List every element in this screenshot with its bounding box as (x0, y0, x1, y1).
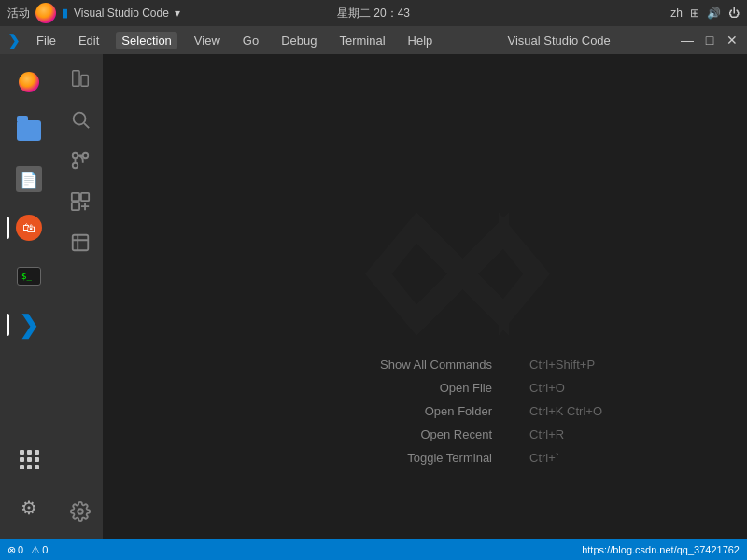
network-icon[interactable]: ⊞ (690, 7, 699, 20)
shortcut-row-commands: Show All Commands Ctrl+Shift+P (371, 357, 641, 371)
svg-rect-7 (72, 193, 79, 201)
ubuntu-dock: 📄 🛍 $_ ❯ (0, 54, 58, 539)
shortcut-label-open-file[interactable]: Open File (371, 381, 492, 395)
svg-rect-8 (81, 193, 89, 201)
extensions-activity-icon[interactable] (63, 185, 97, 218)
title-bar: ❯ File Edit Selection View Go Debug Term… (0, 26, 747, 54)
error-indicator[interactable]: ⊗ 0 (7, 544, 23, 556)
firefox-taskbar-icon[interactable] (35, 3, 56, 23)
minimize-button[interactable]: — (680, 33, 695, 48)
svg-rect-0 (73, 71, 79, 87)
editor-area: Show All Commands Ctrl+Shift+P Open File… (103, 54, 747, 539)
volume-icon[interactable]: 🔊 (707, 7, 721, 20)
dock-item-apps[interactable] (7, 437, 51, 482)
dock-item-software[interactable]: 🛍 (7, 205, 51, 250)
lang-indicator[interactable]: zh (670, 7, 683, 20)
shortcut-row-open-folder: Open Folder Ctrl+K Ctrl+O (371, 404, 641, 418)
window-controls: — □ ✕ (680, 33, 740, 48)
shortcut-label-toggle-terminal[interactable]: Toggle Terminal (371, 451, 492, 465)
shortcut-key-open-file: Ctrl+O (529, 381, 641, 395)
error-icon: ⊗ (7, 544, 16, 556)
settings-dock-icon: ⚙ (21, 497, 37, 519)
warning-count: 0 (42, 544, 48, 555)
explorer-activity-icon[interactable] (63, 62, 97, 95)
dock-item-files[interactable] (7, 108, 51, 153)
svg-line-3 (84, 123, 89, 128)
status-bar: ⊗ 0 ⚠ 0 https://blog.csdn.net/qq_3742176… (0, 539, 747, 560)
menu-terminal[interactable]: Terminal (333, 32, 390, 49)
svg-rect-1 (81, 75, 88, 86)
shortcut-label-commands[interactable]: Show All Commands (371, 357, 492, 371)
shortcut-key-toggle-terminal: Ctrl+` (529, 451, 641, 465)
remote-activity-icon[interactable] (63, 226, 97, 259)
ubuntu-software-dock-icon: 🛍 (16, 215, 42, 241)
dock-item-settings[interactable]: ⚙ (7, 485, 51, 530)
firefox-dock-icon (19, 72, 39, 92)
file-manager-dock-icon (17, 120, 41, 141)
activity-bar (58, 54, 103, 539)
svg-point-4 (73, 153, 78, 159)
main-layout: 📄 🛍 $_ ❯ (0, 54, 747, 539)
error-count: 0 (18, 544, 23, 555)
svg-point-5 (83, 153, 89, 159)
svg-marker-12 (365, 213, 416, 336)
dock-item-firefox[interactable] (7, 60, 51, 105)
search-activity-icon[interactable] (63, 103, 97, 136)
close-button[interactable]: ✕ (725, 33, 740, 48)
app-title-label: Visual Studio Code (74, 7, 169, 20)
svg-rect-9 (72, 203, 79, 210)
blog-link: https://blog.csdn.net/qq_37421762 (582, 544, 740, 555)
shortcut-row-toggle-terminal: Toggle Terminal Ctrl+` (371, 451, 641, 465)
dock-item-vscode[interactable]: ❯ (7, 302, 51, 347)
app-title-arrow[interactable]: ▾ (175, 7, 180, 20)
status-bar-link[interactable]: https://blog.csdn.net/qq_37421762 (582, 544, 740, 555)
vscode-title-icon: ▮ (62, 7, 68, 20)
system-bar-right: zh ⊞ 🔊 ⏻ (670, 7, 740, 20)
apps-grid-icon (20, 450, 39, 469)
maximize-button[interactable]: □ (702, 33, 717, 48)
shortcut-key-open-folder: Ctrl+K Ctrl+O (529, 404, 641, 418)
settings-activity-icon[interactable] (63, 495, 97, 528)
svg-point-11 (78, 509, 83, 514)
shortcut-key-commands: Ctrl+Shift+P (529, 357, 641, 371)
warning-icon: ⚠ (31, 544, 40, 556)
menu-edit[interactable]: Edit (73, 32, 105, 49)
menu-file[interactable]: File (31, 32, 62, 49)
menu-debug[interactable]: Debug (275, 32, 322, 49)
shortcuts-panel: Show All Commands Ctrl+Shift+P Open File… (371, 357, 641, 465)
vscode-watermark-logo (355, 172, 560, 381)
status-bar-left: ⊗ 0 ⚠ 0 (7, 544, 48, 556)
menu-help[interactable]: Help (402, 32, 439, 49)
system-bar: 活动 ▮ Visual Studio Code ▾ 星期二 20：43 zh ⊞… (0, 0, 747, 26)
svg-rect-10 (73, 235, 89, 251)
warning-indicator[interactable]: ⚠ 0 (31, 544, 48, 556)
activities-label[interactable]: 活动 (7, 6, 30, 21)
power-icon[interactable]: ⏻ (728, 7, 740, 20)
dock-item-texteditor[interactable]: 📄 (7, 157, 51, 202)
menu-view[interactable]: View (189, 32, 226, 49)
terminal-dock-icon: $_ (17, 267, 41, 286)
source-control-activity-icon[interactable] (63, 144, 97, 177)
svg-marker-15 (499, 213, 550, 336)
svg-point-6 (73, 163, 78, 169)
svg-point-2 (74, 113, 86, 125)
dock-bottom: ⚙ (7, 437, 51, 534)
vscode-menu-icon: ❯ (7, 32, 20, 49)
dock-item-terminal[interactable]: $_ (7, 254, 51, 299)
shortcut-label-open-recent[interactable]: Open Recent (371, 427, 492, 441)
text-editor-dock-icon: 📄 (16, 166, 42, 192)
shortcut-row-open-recent: Open Recent Ctrl+R (371, 427, 641, 441)
menu-selection[interactable]: Selection (116, 32, 176, 49)
shortcut-row-open-file: Open File Ctrl+O (371, 381, 641, 395)
shortcut-label-open-folder[interactable]: Open Folder (371, 404, 492, 418)
vscode-dock-icon: ❯ (19, 311, 39, 340)
menu-go[interactable]: Go (237, 32, 264, 49)
window-title: Visual Studio Code (449, 34, 669, 48)
shortcut-key-open-recent: Ctrl+R (529, 427, 641, 441)
system-datetime: 星期二 20：43 (337, 6, 410, 21)
system-bar-left: 活动 ▮ Visual Studio Code ▾ (7, 3, 180, 23)
